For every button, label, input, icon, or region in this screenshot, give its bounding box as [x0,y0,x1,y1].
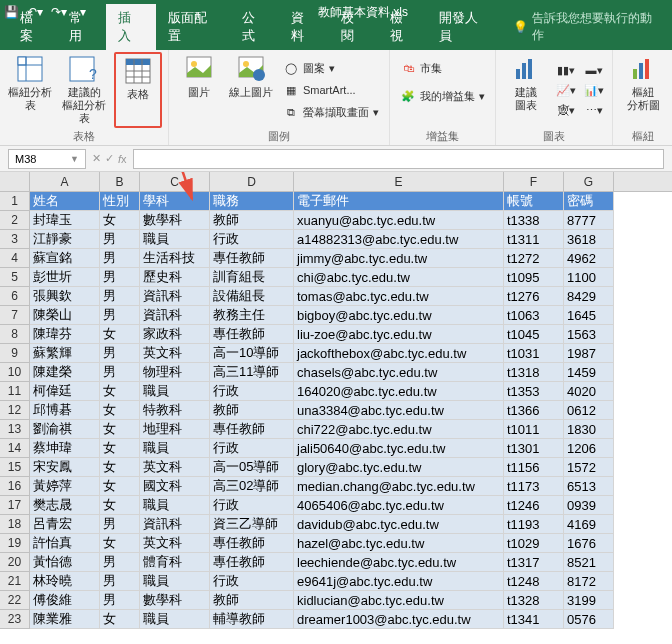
cell[interactable]: 4020 [564,382,614,401]
row-header[interactable]: 1 [0,192,30,211]
col-header-C[interactable]: C [140,172,210,191]
cell[interactable]: 地理科 [140,420,210,439]
cell[interactable]: 行政 [210,439,294,458]
row-header[interactable]: 4 [0,249,30,268]
cell[interactable]: 行政 [210,496,294,515]
cell[interactable]: 數學科 [140,211,210,230]
cell[interactable]: chasels@abc.tyc.edu.tw [294,363,504,382]
cell[interactable]: 1830 [564,420,614,439]
cell[interactable]: 黃婷萍 [30,477,100,496]
my-addins-button[interactable]: 🧩我的增益集 ▾ [396,86,489,106]
cell[interactable]: 8777 [564,211,614,230]
cell[interactable]: 女 [100,382,140,401]
row-header[interactable]: 10 [0,363,30,382]
cell[interactable]: t1063 [504,306,564,325]
cell[interactable]: 3199 [564,591,614,610]
cell[interactable]: 男 [100,287,140,306]
cell[interactable]: liu-zoe@abc.tyc.edu.tw [294,325,504,344]
tell-me[interactable]: 💡告訴我您想要執行的動作 [501,4,672,50]
cell[interactable]: t1156 [504,458,564,477]
cell[interactable]: 數學科 [140,591,210,610]
row-header[interactable]: 20 [0,553,30,572]
row-header[interactable]: 15 [0,458,30,477]
cell[interactable]: 蘇宣銘 [30,249,100,268]
cell[interactable]: 女 [100,458,140,477]
cell[interactable]: 男 [100,306,140,325]
cell[interactable]: 6513 [564,477,614,496]
select-all-corner[interactable] [0,172,30,191]
cell[interactable]: 輔導教師 [210,610,294,629]
cell[interactable]: t1366 [504,401,564,420]
cell[interactable]: 黃怡德 [30,553,100,572]
chart-type-5[interactable]: 📊▾ [582,80,606,100]
cell[interactable]: 資三乙導師 [210,515,294,534]
cell[interactable]: 專任教師 [210,553,294,572]
cell[interactable]: 0576 [564,610,614,629]
cell[interactable]: bigboy@abc.tyc.edu.tw [294,306,504,325]
cell[interactable]: 封瑋玉 [30,211,100,230]
fx-icon[interactable]: fx [118,153,127,165]
cell[interactable]: 專任教師 [210,420,294,439]
cell[interactable]: 樊志晟 [30,496,100,515]
cell[interactable]: t1311 [504,230,564,249]
cell[interactable]: 高三11導師 [210,363,294,382]
chart-type-1[interactable]: ▮▮▾ [554,60,578,80]
row-header[interactable]: 8 [0,325,30,344]
cell[interactable]: e9641j@abc.tyc.edu.tw [294,572,504,591]
cell[interactable]: tomas@abc.tyc.edu.tw [294,287,504,306]
menu-tab-1[interactable]: 常用 [57,4,106,50]
row-header[interactable]: 18 [0,515,30,534]
cell[interactable]: 女 [100,420,140,439]
screenshot-button[interactable]: ⧉螢幕擷取畫面 ▾ [279,102,383,122]
cell[interactable]: 專任教師 [210,325,294,344]
cell[interactable]: t1328 [504,591,564,610]
cell[interactable]: 張興欽 [30,287,100,306]
cell[interactable]: kidlucian@abc.tyc.edu.tw [294,591,504,610]
row-header[interactable]: 3 [0,230,30,249]
cell[interactable]: 帳號 [504,192,564,211]
row-header[interactable]: 21 [0,572,30,591]
cell[interactable]: 男 [100,553,140,572]
online-picture-button[interactable]: 線上圖片 [227,52,275,128]
cell[interactable]: 職員 [140,230,210,249]
cell[interactable]: 高一10導師 [210,344,294,363]
cell[interactable]: 資訊科 [140,287,210,306]
row-header[interactable]: 14 [0,439,30,458]
cell[interactable]: 教師 [210,401,294,420]
col-header-E[interactable]: E [294,172,504,191]
cell[interactable]: 職員 [140,496,210,515]
cell[interactable]: 學科 [140,192,210,211]
cell[interactable]: t1173 [504,477,564,496]
cell[interactable]: t1338 [504,211,564,230]
cell[interactable]: 英文科 [140,344,210,363]
pivot-chart-button[interactable]: 樞紐 分析圖 [619,52,667,128]
cell[interactable]: glory@abc.tyc.edu.tw [294,458,504,477]
confirm-icon[interactable]: ✓ [105,152,114,165]
cell[interactable]: 特教科 [140,401,210,420]
cell[interactable]: 1100 [564,268,614,287]
cell[interactable]: 職員 [140,610,210,629]
cell[interactable]: 陳榮山 [30,306,100,325]
cell[interactable]: 資訊科 [140,306,210,325]
cell[interactable]: 女 [100,439,140,458]
cell[interactable]: 呂青宏 [30,515,100,534]
cell[interactable]: 專任教師 [210,249,294,268]
cell[interactable]: 職員 [140,572,210,591]
cell[interactable]: 性別 [100,192,140,211]
cell[interactable]: 女 [100,610,140,629]
cell[interactable]: 4962 [564,249,614,268]
cell[interactable]: 蘇繁輝 [30,344,100,363]
cell[interactable]: 體育科 [140,553,210,572]
row-header[interactable]: 19 [0,534,30,553]
cell[interactable]: 男 [100,268,140,287]
cell[interactable]: t1272 [504,249,564,268]
cell[interactable]: 0612 [564,401,614,420]
cell[interactable]: 男 [100,363,140,382]
cell[interactable]: 教師 [210,211,294,230]
cell[interactable]: jimmy@abc.tyc.edu.tw [294,249,504,268]
row-header[interactable]: 12 [0,401,30,420]
row-header[interactable]: 22 [0,591,30,610]
recommended-pivot-button[interactable]: ? 建議的 樞紐分析表 [58,52,110,128]
cell[interactable]: 男 [100,572,140,591]
cell[interactable]: 1645 [564,306,614,325]
